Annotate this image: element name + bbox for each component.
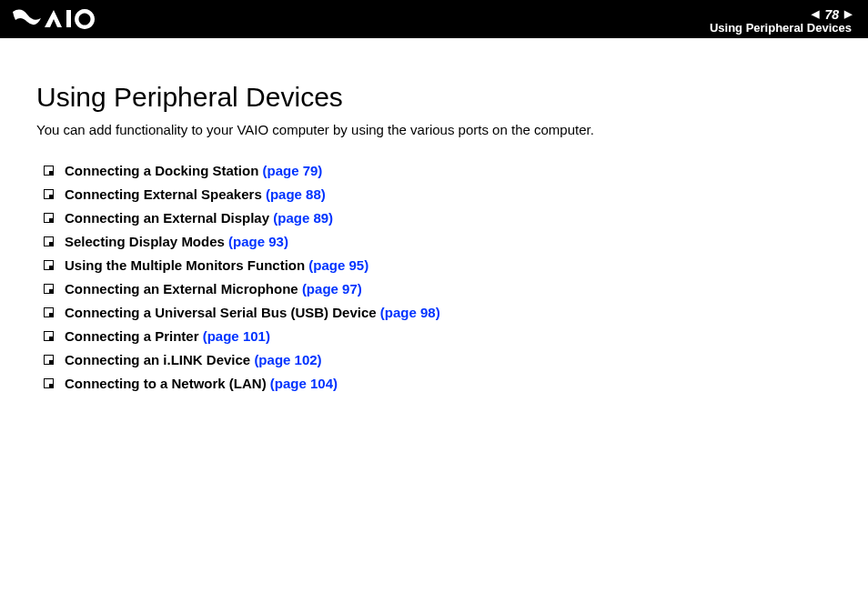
toc-page-ref[interactable]: (page 89) xyxy=(273,210,333,226)
toc-item-title: Selecting Display Modes xyxy=(65,234,225,249)
toc-item: Connecting an External Display (page 89) xyxy=(44,210,832,226)
bullet-icon xyxy=(44,213,54,223)
page-number: 78 xyxy=(824,8,839,21)
svg-rect-0 xyxy=(66,10,71,27)
header-bar: ◀ 78 ▶ Using Peripheral Devices xyxy=(0,0,868,38)
page-title: Using Peripheral Devices xyxy=(36,82,832,113)
toc-item: Connecting a Docking Station (page 79) xyxy=(44,163,832,178)
toc-item-title: Connecting an External Display xyxy=(65,210,269,226)
toc-page-ref[interactable]: (page 79) xyxy=(263,163,323,178)
toc-item: Connecting an i.LINK Device (page 102) xyxy=(44,352,832,367)
toc-item: Connecting to a Network (LAN) (page 104) xyxy=(44,376,832,391)
vaio-logo xyxy=(13,0,122,38)
toc-item-title: Connecting External Speakers xyxy=(65,186,262,202)
bullet-icon xyxy=(44,355,54,365)
toc-item: Selecting Display Modes (page 93) xyxy=(44,234,832,249)
bullet-icon xyxy=(44,307,54,317)
page-navigator: ◀ 78 ▶ xyxy=(812,8,852,21)
toc-page-ref[interactable]: (page 97) xyxy=(302,281,362,296)
toc-page-ref[interactable]: (page 98) xyxy=(380,305,440,320)
toc-page-ref[interactable]: (page 102) xyxy=(254,352,321,367)
bullet-icon xyxy=(44,189,54,199)
toc-page-ref[interactable]: (page 104) xyxy=(270,376,338,391)
toc-page-ref[interactable]: (page 93) xyxy=(228,234,288,249)
header-right: ◀ 78 ▶ Using Peripheral Devices xyxy=(710,5,852,34)
toc-list: Connecting a Docking Station (page 79) C… xyxy=(36,163,832,391)
prev-page-arrow-icon[interactable]: ◀ xyxy=(812,9,819,19)
toc-item-title: Connecting a Printer xyxy=(65,328,199,344)
bullet-icon xyxy=(44,378,54,388)
bullet-icon xyxy=(44,236,54,246)
bullet-icon xyxy=(44,166,54,176)
toc-page-ref[interactable]: (page 101) xyxy=(203,328,270,344)
toc-item: Connecting a Universal Serial Bus (USB) … xyxy=(44,305,832,320)
toc-item: Connecting External Speakers (page 88) xyxy=(44,186,832,202)
toc-page-ref[interactable]: (page 95) xyxy=(308,257,368,273)
bullet-icon xyxy=(44,260,54,270)
header-section-title: Using Peripheral Devices xyxy=(710,22,852,34)
toc-item: Connecting an External Microphone (page … xyxy=(44,281,832,296)
toc-item: Connecting a Printer (page 101) xyxy=(44,328,832,344)
vaio-logo-icon xyxy=(13,9,122,29)
toc-item: Using the Multiple Monitors Function (pa… xyxy=(44,257,832,273)
bullet-icon xyxy=(44,331,54,341)
page-content: Using Peripheral Devices You can add fun… xyxy=(0,38,868,391)
toc-item-title: Connecting to a Network (LAN) xyxy=(65,376,267,391)
next-page-arrow-icon[interactable]: ▶ xyxy=(844,9,852,19)
toc-item-title: Connecting a Docking Station xyxy=(65,163,258,178)
document-page: ◀ 78 ▶ Using Peripheral Devices Using Pe… xyxy=(0,0,868,613)
toc-item-title: Connecting an i.LINK Device xyxy=(65,352,250,367)
toc-item-title: Connecting an External Microphone xyxy=(65,281,298,296)
toc-page-ref[interactable]: (page 88) xyxy=(266,186,326,202)
bullet-icon xyxy=(44,284,54,294)
intro-text: You can add functionality to your VAIO c… xyxy=(36,122,832,137)
toc-item-title: Using the Multiple Monitors Function xyxy=(65,257,305,273)
toc-item-title: Connecting a Universal Serial Bus (USB) … xyxy=(65,305,377,320)
